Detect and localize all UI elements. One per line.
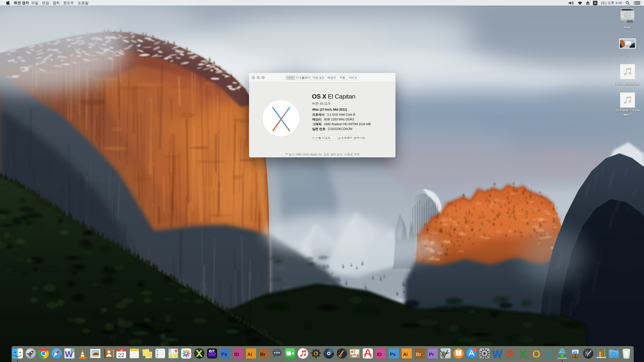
svg-text:Br: Br	[416, 352, 421, 357]
svg-text:Br: Br	[260, 352, 266, 357]
svg-text:L: L	[546, 348, 553, 359]
svg-text:Pr: Pr	[429, 352, 434, 357]
svg-text:Ps: Ps	[221, 352, 227, 357]
svg-text:X: X	[520, 348, 527, 359]
svg-text:ID: ID	[234, 352, 239, 357]
svg-text:Ai: Ai	[403, 352, 408, 357]
svg-text:Ai: Ai	[247, 352, 252, 357]
svg-text:O: O	[532, 348, 541, 359]
svg-text:1: 1	[474, 348, 476, 351]
svg-text:2월: 2월	[120, 349, 123, 351]
svg-text:ID: ID	[377, 352, 382, 357]
svg-text:W: W	[492, 348, 502, 359]
svg-text:P: P	[507, 348, 514, 359]
svg-text:Ps: Ps	[390, 352, 396, 357]
svg-text:22: 22	[118, 352, 124, 358]
